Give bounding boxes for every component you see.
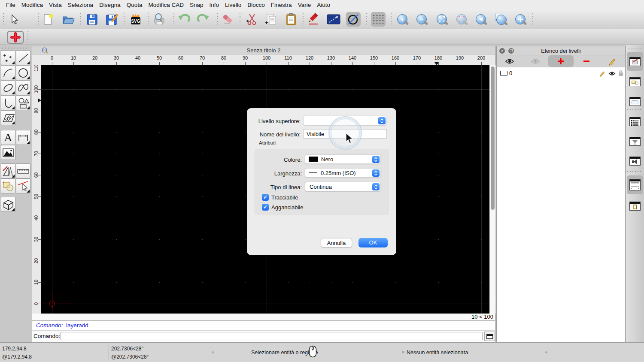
zoom-window-button[interactable] (494, 12, 508, 27)
image-tool-button[interactable] (1, 145, 15, 160)
svg-export-button[interactable]: SVG (128, 12, 143, 27)
snappable-checkbox[interactable]: ✓ (262, 204, 269, 211)
menu-item-varie[interactable]: Varie (295, 2, 314, 8)
command-history: Comando: layeradd (32, 320, 495, 331)
menu-item-disegna[interactable]: Disegna (96, 2, 124, 8)
text-tool-button[interactable]: A (1, 130, 15, 145)
command-window-toggle-button[interactable] (484, 332, 495, 341)
cut-button[interactable] (244, 12, 259, 27)
blocks-tool-button[interactable] (1, 178, 15, 193)
ellipse-tool-button[interactable] (1, 80, 15, 95)
layer-name-label: Nome del livello: (247, 131, 301, 138)
redo-button[interactable] (196, 12, 211, 27)
color-value: Nero (321, 156, 333, 163)
float-panel-button[interactable]: ❐ (508, 48, 514, 54)
vertical-scrollbar[interactable] (489, 65, 495, 314)
zoom-previous-button[interactable] (474, 12, 488, 27)
select-cursor-button[interactable] (7, 12, 21, 27)
menu-item-file[interactable]: File (3, 2, 18, 8)
add-layer-plus-button[interactable] (7, 31, 24, 44)
print-preview-button[interactable] (152, 12, 167, 27)
menu-item-info[interactable]: Info (207, 2, 222, 8)
hide-all-layers-button[interactable] (522, 55, 548, 67)
hatch-tool-button[interactable] (1, 110, 15, 125)
mouse-icon (309, 345, 317, 358)
zoom-selection-button[interactable] (454, 12, 469, 27)
measure-tool-button[interactable] (16, 163, 30, 178)
ruler-tick-label: 180 (434, 55, 442, 60)
layer-row[interactable]: 0 (497, 69, 625, 78)
menu-item-quota[interactable]: Quota (124, 2, 146, 8)
ok-button[interactable]: OK (358, 238, 388, 247)
copy-button[interactable] (264, 12, 278, 27)
close-panel-button[interactable]: ✕ (499, 48, 505, 54)
edit-layer-button[interactable] (599, 55, 625, 67)
pen-button[interactable] (307, 12, 322, 27)
select-entity-tool-button[interactable] (16, 178, 30, 193)
circle-tool-button[interactable] (16, 65, 30, 80)
layer-visibility-icon[interactable] (608, 71, 616, 76)
solid-3d-tool-button[interactable] (1, 197, 15, 212)
cancel-button[interactable]: Annulla (321, 238, 352, 247)
drawing-window-titlebar[interactable]: Senza titolo 2 (32, 46, 495, 54)
polyline-tool-button[interactable] (1, 95, 15, 110)
palette-handle[interactable] (2, 48, 29, 48)
menu-item-finestra[interactable]: Finestra (268, 2, 295, 8)
layer-lock-icon[interactable] (618, 70, 623, 76)
width-dropdown[interactable]: 0.25mm (ISO) (305, 168, 381, 178)
minus-icon (583, 58, 590, 65)
menu-item-modifica[interactable]: Modifica (18, 2, 46, 8)
zoom-in-icon: + (397, 14, 407, 24)
linetype-dropdown[interactable]: Continua (305, 182, 381, 191)
block-list-panel-button[interactable] (628, 74, 642, 89)
save-button[interactable] (85, 12, 99, 27)
scrollbar-thumb[interactable] (491, 66, 495, 210)
zoom-selection-icon (456, 14, 467, 24)
output-panel-button[interactable] (628, 154, 642, 168)
clipboard-panel-button[interactable] (628, 199, 642, 213)
zoom-pan-button[interactable] (513, 12, 528, 27)
selection-filter-panel-button[interactable] (628, 134, 642, 148)
command-line-panel-button[interactable] (627, 175, 643, 194)
zoom-out-button[interactable]: − (414, 12, 429, 27)
save-as-icon (105, 12, 119, 26)
open-file-button[interactable] (61, 12, 76, 27)
spline-tool-button[interactable] (16, 80, 30, 95)
zoom-auto-button[interactable] (434, 12, 449, 27)
dimension-tool-button[interactable] (16, 130, 30, 145)
menu-item-vista[interactable]: Vista (46, 2, 65, 8)
dock-handle[interactable] (629, 48, 641, 49)
command-input-field[interactable] (60, 332, 483, 340)
undo-button[interactable] (176, 12, 191, 27)
draft-tools-button[interactable] (1, 163, 15, 178)
arc-tool-button[interactable] (1, 65, 15, 80)
layer-list-panel-button[interactable] (627, 52, 643, 71)
delete-button[interactable] (220, 12, 235, 27)
edit-attributes-button[interactable] (326, 12, 341, 27)
zoom-in-button[interactable]: + (395, 12, 410, 27)
library-browser-panel-button[interactable] (628, 94, 642, 109)
menu-item-seleziona[interactable]: Seleziona (65, 2, 96, 8)
menu-item-aiuto[interactable]: Aiuto (314, 2, 333, 8)
ruler-tick (288, 62, 289, 65)
grid-toggle-button[interactable] (371, 12, 386, 27)
paste-button[interactable] (284, 12, 298, 27)
show-all-layers-button[interactable] (497, 55, 522, 67)
save-as-button[interactable] (105, 12, 119, 27)
menu-item-blocco[interactable]: Blocco (244, 2, 268, 8)
property-editor-panel-button[interactable] (628, 114, 642, 129)
toolbar-separator (391, 13, 392, 25)
line-tool-button[interactable] (16, 50, 30, 65)
color-dropdown[interactable]: Nero (305, 154, 381, 164)
add-layer-button[interactable] (548, 55, 574, 67)
plottable-checkbox[interactable]: ✓ (262, 194, 269, 201)
points-tool-button[interactable] (1, 50, 15, 65)
menu-item-modifica-cad[interactable]: Modifica CAD (145, 2, 187, 8)
shapes-tool-button[interactable] (16, 95, 30, 110)
menu-item-snap[interactable]: Snap (187, 2, 207, 8)
circle-line-tool-button[interactable] (346, 12, 361, 27)
new-document-button[interactable] (41, 12, 55, 27)
remove-layer-button[interactable] (574, 55, 599, 67)
layer-edit-pencil-icon[interactable] (599, 70, 605, 77)
menu-item-livello[interactable]: Livello (222, 2, 244, 8)
